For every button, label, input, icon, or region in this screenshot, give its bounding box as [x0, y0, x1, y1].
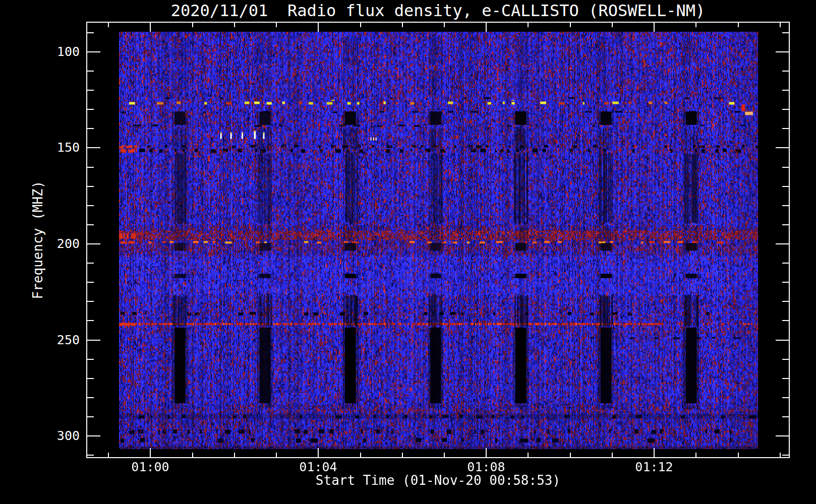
x-major-tick: [654, 448, 655, 457]
y-minor-tick: [782, 320, 789, 321]
x-tick-label: 01:04: [283, 460, 354, 474]
x-minor-tick: [108, 453, 109, 457]
x-major-tick: [318, 23, 319, 32]
x-minor-tick: [444, 23, 445, 27]
y-tick-label: 150: [20, 140, 80, 155]
y-minor-tick: [782, 416, 789, 417]
y-major-tick: [87, 147, 100, 148]
x-minor-tick: [108, 23, 109, 27]
x-major-tick: [150, 448, 151, 457]
y-tick-label: 250: [20, 333, 80, 347]
x-minor-tick: [276, 453, 277, 457]
y-minor-tick: [782, 397, 789, 398]
x-major-tick: [318, 448, 319, 457]
x-minor-tick: [780, 453, 781, 457]
x-minor-tick: [192, 23, 193, 27]
x-minor-tick: [402, 23, 403, 27]
y-major-tick: [87, 435, 100, 436]
x-minor-tick: [402, 453, 403, 457]
x-minor-tick: [695, 23, 696, 27]
y-minor-tick: [782, 301, 789, 302]
x-minor-tick: [738, 23, 739, 27]
y-axis-label: Frequency (MHZ): [30, 181, 45, 299]
y-minor-tick: [87, 224, 94, 225]
y-minor-tick: [87, 71, 94, 72]
y-minor-tick: [87, 320, 94, 321]
y-minor-tick: [87, 359, 94, 360]
x-tick-label: 01:00: [115, 460, 186, 474]
x-minor-tick: [528, 453, 529, 457]
y-minor-tick: [782, 186, 789, 187]
x-minor-tick: [360, 453, 361, 457]
y-minor-tick: [87, 109, 94, 110]
y-minor-tick: [782, 109, 789, 110]
y-major-tick: [776, 435, 789, 436]
y-minor-tick: [87, 167, 94, 168]
y-minor-tick: [782, 32, 789, 33]
x-minor-tick: [695, 453, 696, 457]
y-tick-label: 300: [20, 428, 80, 443]
x-minor-tick: [444, 453, 445, 457]
y-minor-tick: [87, 263, 94, 264]
y-major-tick: [776, 340, 789, 341]
y-minor-tick: [782, 378, 789, 379]
x-minor-tick: [234, 23, 235, 27]
x-tick-label: 01:08: [451, 460, 521, 474]
plot-title: 2020/11/01 Radio flux density, e-CALLIST…: [56, 1, 816, 20]
y-major-tick: [87, 243, 100, 244]
y-minor-tick: [87, 32, 94, 33]
x-minor-tick: [738, 453, 739, 457]
x-minor-tick: [612, 453, 613, 457]
y-minor-tick: [87, 128, 94, 129]
y-minor-tick: [87, 205, 94, 206]
y-minor-tick: [87, 301, 94, 302]
x-minor-tick: [570, 23, 571, 27]
x-minor-tick: [570, 453, 571, 457]
y-major-tick: [776, 243, 789, 244]
y-minor-tick: [782, 71, 789, 72]
y-minor-tick: [782, 205, 789, 206]
y-minor-tick: [782, 263, 789, 264]
x-minor-tick: [528, 23, 529, 27]
y-minor-tick: [782, 282, 789, 283]
x-minor-tick: [780, 23, 781, 27]
y-major-tick: [87, 51, 100, 52]
x-minor-tick: [192, 453, 193, 457]
x-major-tick: [486, 23, 487, 32]
y-minor-tick: [87, 282, 94, 283]
y-minor-tick: [782, 455, 789, 456]
y-minor-tick: [87, 455, 94, 456]
y-minor-tick: [87, 397, 94, 398]
spectrogram-image: [119, 32, 758, 449]
y-minor-tick: [782, 167, 789, 168]
x-minor-tick: [276, 23, 277, 27]
x-major-tick: [486, 448, 487, 457]
x-minor-tick: [234, 453, 235, 457]
y-tick-label: 200: [20, 236, 80, 251]
spectrogram-plot: 2020/11/01 Radio flux density, e-CALLIST…: [0, 0, 816, 504]
y-minor-tick: [782, 359, 789, 360]
y-major-tick: [87, 340, 100, 341]
x-tick-label: 01:12: [619, 460, 689, 474]
y-minor-tick: [782, 224, 789, 225]
y-minor-tick: [87, 186, 94, 187]
x-minor-tick: [612, 23, 613, 27]
x-major-tick: [150, 23, 151, 32]
y-major-tick: [776, 51, 789, 52]
x-major-tick: [654, 23, 655, 32]
x-minor-tick: [360, 23, 361, 27]
y-minor-tick: [87, 378, 94, 379]
y-minor-tick: [782, 128, 789, 129]
y-minor-tick: [87, 416, 94, 417]
y-major-tick: [776, 147, 789, 148]
y-minor-tick: [87, 90, 94, 91]
y-tick-label: 100: [20, 44, 80, 59]
y-minor-tick: [782, 90, 789, 91]
x-axis-label: Start Time (01-Nov-20 00:58:53): [86, 473, 790, 488]
